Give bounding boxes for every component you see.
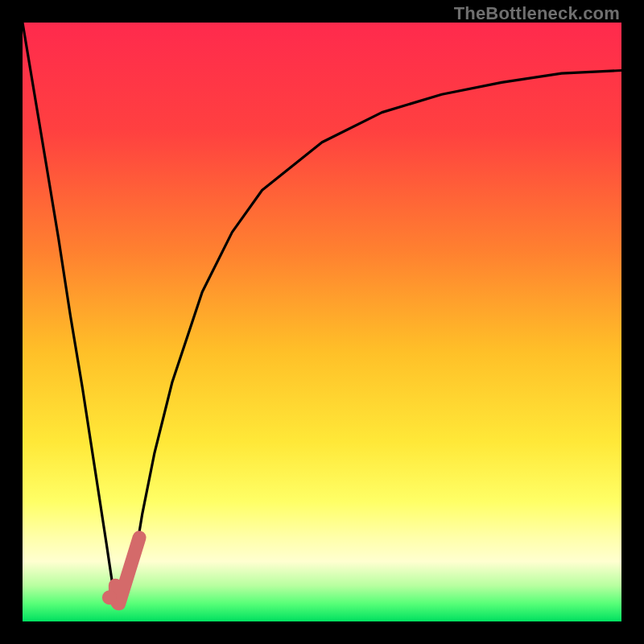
- bottleneck-curve: [23, 23, 621, 621]
- watermark-text: TheBottleneck.com: [454, 3, 620, 24]
- plot-area: [23, 23, 621, 621]
- svg-point-1: [102, 590, 117, 605]
- chart-stage: TheBottleneck.com: [0, 0, 644, 644]
